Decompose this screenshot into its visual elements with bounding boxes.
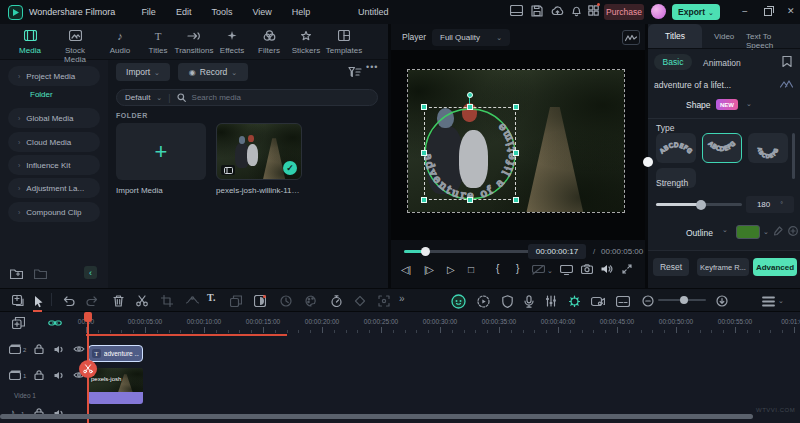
notification-bell-icon[interactable] <box>571 5 582 17</box>
handle-tr[interactable] <box>513 104 519 110</box>
tab-video-properties[interactable]: Video <box>714 32 734 41</box>
motion-tracking-icon[interactable] <box>376 293 392 309</box>
import-media-card[interactable]: + <box>116 123 206 180</box>
delete-folder-icon[interactable] <box>34 268 47 279</box>
outline-caret-icon[interactable]: ⌄ <box>722 226 728 233</box>
sidebar-item-global-media[interactable]: ›Global Media <box>8 108 100 128</box>
advanced-button[interactable]: Advanced <box>753 258 797 276</box>
props-scrollbar[interactable] <box>792 133 795 179</box>
timer-icon[interactable] <box>328 293 344 309</box>
screen-record-icon[interactable] <box>590 293 606 309</box>
shield-icon[interactable] <box>499 293 515 309</box>
group-clips-icon[interactable] <box>12 317 25 329</box>
apps-grid-icon[interactable] <box>588 5 599 16</box>
redo-icon[interactable] <box>84 293 100 309</box>
sidebar-item-project-media[interactable]: ›Project Media <box>8 66 100 86</box>
next-frame-button[interactable]: |▷ <box>424 264 434 275</box>
video-track-lock-icon[interactable] <box>32 369 46 381</box>
search-filter-select[interactable]: Default <box>125 93 150 102</box>
save-icon[interactable] <box>531 5 543 17</box>
sidebar-item-compound-clip[interactable]: ›Compound Clip <box>8 202 100 222</box>
beta-feature-icon[interactable] <box>566 293 582 309</box>
handle-bl[interactable] <box>421 197 427 203</box>
sidebar-item-adjustment-layer[interactable]: ›Adjustment La... <box>8 178 100 198</box>
strength-slider[interactable] <box>656 203 742 206</box>
text-tool-icon[interactable]: T. <box>207 292 215 303</box>
handle-br[interactable] <box>513 197 519 203</box>
select-tool-icon[interactable] <box>31 293 47 309</box>
title-clip[interactable]: T adventure ... <box>88 345 143 362</box>
outline-color-swatch[interactable] <box>736 225 760 239</box>
stop-button[interactable]: □ <box>468 264 474 275</box>
handle-bm[interactable] <box>467 197 473 203</box>
avatar[interactable] <box>651 4 666 19</box>
keyframe-button[interactable]: Keyframe R... <box>697 258 749 276</box>
fullscreen-icon[interactable] <box>622 264 632 274</box>
color-palette-icon[interactable] <box>303 293 319 309</box>
volume-icon[interactable] <box>601 264 613 274</box>
import-button[interactable]: Import⌄ <box>116 63 170 81</box>
sidebar-item-influence-kit[interactable]: ›Influence Kit <box>8 155 100 175</box>
current-timecode[interactable]: 00:00:00:17 <box>528 244 586 259</box>
shape-type-arch-up[interactable]: ABCDEFG <box>656 133 696 163</box>
play-button[interactable]: ▷ <box>447 264 455 275</box>
subtab-basic[interactable]: Basic <box>654 54 692 70</box>
tab-media[interactable]: Media <box>8 28 52 55</box>
delete-icon[interactable] <box>110 293 126 309</box>
media-import-tool-icon[interactable] <box>10 293 26 309</box>
media-clip-thumbnail[interactable]: ✓ <box>216 123 302 180</box>
menu-view[interactable]: View <box>242 0 281 24</box>
speed-ramp-icon[interactable] <box>184 293 200 309</box>
minimize-button[interactable]: − <box>742 6 748 17</box>
record-button[interactable]: ◉Record⌄ <box>178 63 248 81</box>
keyframe-icon[interactable] <box>352 293 368 309</box>
playhead-split-button[interactable] <box>79 360 97 378</box>
export-button[interactable]: Export ⌄ <box>672 4 720 20</box>
swatch-caret-icon[interactable]: ⌄ <box>763 228 769 235</box>
voiceover-mic-icon[interactable] <box>521 293 537 309</box>
tab-stock-media[interactable]: Stock Media <box>53 28 97 64</box>
shape-type-arch-down[interactable]: ABCDEFG <box>702 133 742 163</box>
search-input[interactable]: Search media <box>192 93 241 102</box>
collapse-sidebar-button[interactable]: ‹ <box>84 266 97 279</box>
shape-type-circle[interactable]: ABCDEFG <box>748 133 788 163</box>
sidebar-item-folder[interactable]: Folder <box>30 90 53 99</box>
previous-frame-button[interactable]: ◁| <box>401 264 411 275</box>
timeline-zoom-slider[interactable] <box>658 299 706 301</box>
menu-edit[interactable]: Edit <box>166 0 202 24</box>
mask-icon[interactable] <box>252 293 268 309</box>
crop-icon[interactable] <box>159 293 175 309</box>
subtab-animation[interactable]: Animation <box>703 58 741 68</box>
handle-tm[interactable] <box>467 104 473 110</box>
search-bar[interactable]: Default ⌄ | Search media <box>116 89 378 106</box>
zoom-fit-icon[interactable] <box>714 293 730 309</box>
title-track-visibility-icon[interactable] <box>72 343 86 355</box>
handle-tl[interactable] <box>421 104 427 110</box>
filter-sort-icon[interactable] <box>348 66 362 78</box>
add-outline-icon[interactable] <box>788 226 798 236</box>
more-options-button[interactable]: ••• <box>366 62 378 72</box>
strength-value-box[interactable]: 180 ° <box>746 196 794 213</box>
sidebar-item-cloud-media[interactable]: ›Cloud Media <box>8 132 100 152</box>
save-preset-icon[interactable] <box>782 56 792 67</box>
ai-copilot-icon[interactable] <box>450 293 466 309</box>
close-button[interactable]: ✕ <box>787 6 795 16</box>
more-tools-button[interactable]: » <box>399 293 405 304</box>
restore-button[interactable] <box>764 8 772 16</box>
zoom-slider-handle[interactable] <box>680 296 688 304</box>
audio-mixer-icon[interactable] <box>543 293 559 309</box>
split-scissors-icon[interactable] <box>134 293 150 309</box>
video-clip[interactable]: pexels-josh <box>88 368 143 404</box>
subtitles-icon[interactable] <box>615 293 631 309</box>
link-clips-icon[interactable] <box>48 318 62 328</box>
track-manager-caret-icon[interactable]: ⌄ <box>778 297 784 304</box>
reset-button[interactable]: Reset <box>653 258 689 276</box>
quality-select[interactable]: Full Quality ⌄ <box>432 29 510 46</box>
mirror-caret-icon[interactable]: ⌄ <box>547 267 553 274</box>
external-monitor-icon[interactable] <box>560 265 573 275</box>
tab-templates[interactable]: Templates <box>322 28 366 55</box>
mirror-display-icon[interactable] <box>532 265 545 275</box>
menu-file[interactable]: File <box>131 0 166 24</box>
new-folder-icon[interactable] <box>10 268 23 279</box>
title-track-lock-icon[interactable] <box>32 343 46 355</box>
